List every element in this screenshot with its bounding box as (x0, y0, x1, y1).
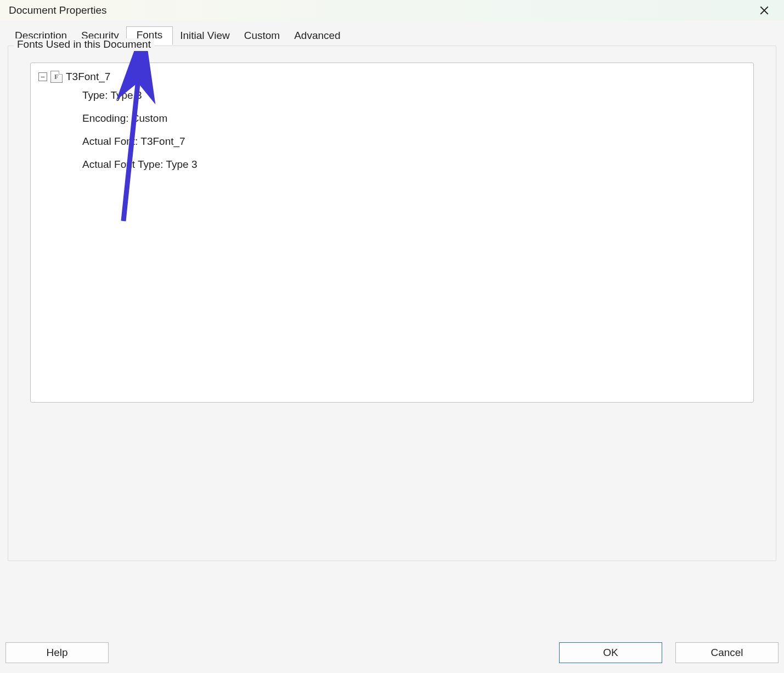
font-type-label: Type: Type 3 (82, 89, 746, 101)
font-tree-item[interactable]: − F T3Font_7 (38, 71, 746, 83)
font-properties: Type: Type 3 Encoding: Custom Actual Fon… (38, 89, 746, 171)
tab-custom[interactable]: Custom (237, 26, 287, 45)
font-file-icon: F (50, 71, 63, 83)
tree-collapse-icon[interactable]: − (38, 72, 47, 81)
ok-button[interactable]: OK (559, 642, 662, 663)
groupbox-title: Fonts Used in this Document (14, 38, 154, 50)
font-name-label: T3Font_7 (66, 71, 110, 83)
font-actual-font-type-label: Actual Font Type: Type 3 (82, 159, 746, 171)
title-bar: Document Properties (0, 0, 784, 21)
cancel-button[interactable]: Cancel (675, 642, 779, 663)
document-properties-dialog: Document Properties Description Security… (0, 0, 784, 673)
help-button[interactable]: Help (5, 642, 109, 663)
tab-initial-view[interactable]: Initial View (173, 26, 236, 45)
font-encoding-label: Encoding: Custom (82, 112, 746, 125)
close-button[interactable] (751, 3, 777, 18)
dialog-body: Description Security Fonts Initial View … (0, 21, 784, 673)
tab-advanced[interactable]: Advanced (287, 26, 348, 45)
fonts-groupbox: Fonts Used in this Document − F T3Font_7… (8, 46, 776, 561)
window-title: Document Properties (9, 4, 106, 16)
close-icon (759, 5, 769, 15)
dialog-footer: Help OK Cancel (0, 639, 784, 673)
fonts-list[interactable]: − F T3Font_7 Type: Type 3 Encoding: Cust… (30, 63, 754, 403)
font-actual-font-label: Actual Font: T3Font_7 (82, 135, 746, 148)
